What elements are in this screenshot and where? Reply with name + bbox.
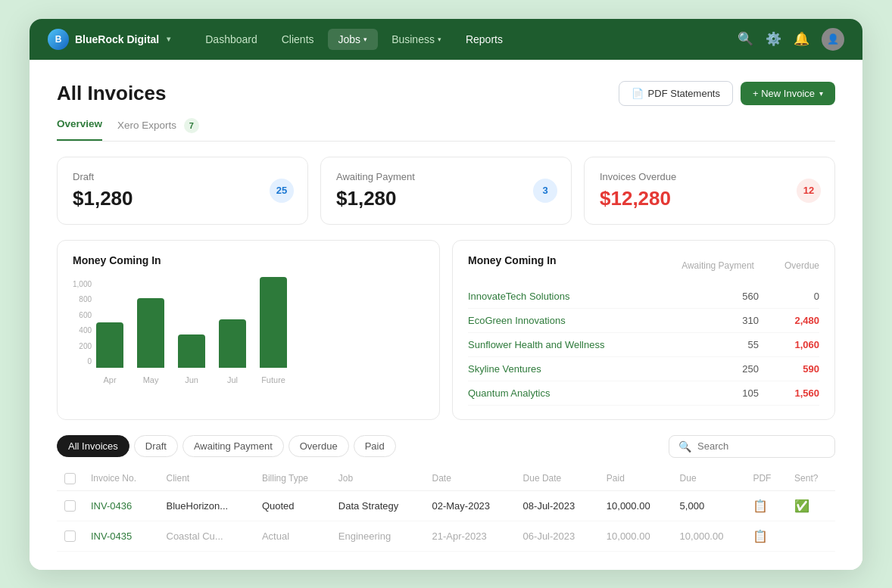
tab-overview[interactable]: Overview [57, 118, 102, 141]
table-row: INV-0435 Coastal Cu... Actual Engineerin… [57, 521, 835, 551]
bell-icon[interactable]: 🔔 [794, 31, 809, 47]
search-box: 🔍 [669, 435, 835, 458]
file-icon: 📄 [632, 88, 644, 99]
due-0: 5,000 [672, 490, 746, 521]
row-checkbox-0[interactable] [64, 500, 76, 512]
bar-future-label: Future [261, 375, 285, 384]
gear-icon[interactable]: ⚙️ [766, 31, 781, 47]
money-table-title: Money Coming In [468, 254, 557, 266]
money-awaiting-2: 55 [683, 339, 759, 350]
tab-xero-exports[interactable]: Xero Exports 7 [117, 118, 199, 141]
bar-may-rect [137, 298, 164, 368]
invoice-table: Invoice No. Client Billing Type Job Date… [57, 467, 835, 552]
money-table-body: InnovateTech Solutions 560 0 EcoGreen In… [468, 285, 819, 406]
money-awaiting-3: 250 [683, 363, 759, 375]
money-row-3: Skyline Ventures 250 590 [468, 357, 819, 381]
bar-jul-label: Jul [227, 375, 238, 384]
col-job: Job [331, 467, 425, 491]
stats-row: Draft $1,280 25 Awaiting Payment $1,280 … [57, 157, 835, 225]
tabs-row: Overview Xero Exports 7 [57, 118, 835, 142]
money-overdue-2: 1,060 [759, 339, 819, 350]
bar-apr-label: Apr [103, 375, 116, 384]
new-invoice-chevron-icon: ▾ [819, 89, 823, 98]
navbar: B BlueRock Digital ▾ Dashboard Clients J… [30, 19, 862, 60]
nav-business[interactable]: Business ▾ [381, 29, 452, 50]
stat-awaiting-badge: 3 [533, 179, 557, 203]
stat-awaiting: Awaiting Payment $1,280 3 [320, 157, 572, 225]
main-content: All Invoices 📄 PDF Statements + New Invo… [30, 60, 862, 570]
nav-jobs[interactable]: Jobs ▾ [328, 29, 379, 50]
stat-draft-badge: 25 [270, 179, 294, 203]
job-0: Data Strategy [331, 490, 425, 521]
avatar[interactable]: 👤 [822, 28, 844, 51]
charts-row: Money Coming In 1,000 800 600 400 200 0 [57, 240, 835, 420]
page-title: All Invoices [57, 82, 167, 105]
date-0: 02-May-2023 [424, 490, 515, 521]
col-sent: Sent? [787, 467, 835, 491]
money-client-0[interactable]: InnovateTech Solutions [468, 291, 683, 302]
brand-chevron-icon: ▾ [167, 35, 170, 43]
sent-icon-0: ✅ [794, 499, 809, 512]
bar-chart-wrap: 1,000 800 600 400 200 0 Apr [73, 277, 424, 384]
bar-apr: Apr [96, 322, 123, 384]
money-overdue-0: 0 [759, 291, 819, 302]
bar-jun: Jun [178, 334, 205, 384]
header-actions: 📄 PDF Statements + New Invoice ▾ [619, 81, 835, 106]
money-row-2: Sunflower Health and Wellness 55 1,060 [468, 333, 819, 357]
new-invoice-button[interactable]: + New Invoice ▾ [741, 82, 835, 105]
pdf-statements-button[interactable]: 📄 PDF Statements [619, 81, 733, 106]
bar-may-label: May [143, 375, 159, 384]
business-chevron-icon: ▾ [438, 36, 441, 43]
search-icon[interactable]: 🔍 [738, 31, 753, 47]
money-row-1: EcoGreen Innovations 310 2,480 [468, 309, 819, 333]
bar-chart-title: Money Coming In [73, 254, 424, 266]
select-all-checkbox[interactable] [64, 473, 76, 484]
filter-draft[interactable]: Draft [134, 435, 178, 457]
inv-no-1[interactable]: INV-0435 [91, 530, 132, 542]
col-billing-type: Billing Type [254, 467, 331, 491]
y-label-200: 200 [79, 342, 92, 350]
col-pdf: PDF [745, 467, 787, 491]
paid-1: 10,000.00 [599, 521, 672, 551]
row-checkbox-1[interactable] [64, 530, 76, 542]
app-window: B BlueRock Digital ▾ Dashboard Clients J… [30, 19, 862, 570]
filter-awaiting-payment[interactable]: Awaiting Payment [182, 435, 284, 457]
search-input[interactable] [697, 440, 825, 452]
y-label-800: 800 [79, 295, 92, 303]
money-table-card: Money Coming In Awaiting Payment Overdue… [452, 240, 835, 420]
billing-type-0: Quoted [254, 490, 331, 521]
filter-tabs: All Invoices Draft Awaiting Payment Over… [57, 435, 396, 457]
filter-all-invoices[interactable]: All Invoices [57, 435, 129, 457]
col-invoice-no: Invoice No. [83, 467, 159, 491]
money-client-1[interactable]: EcoGreen Innovations [468, 315, 683, 326]
money-client-4[interactable]: Quantum Analytics [468, 387, 683, 399]
money-overdue-4: 1,560 [759, 387, 819, 399]
nav-clients[interactable]: Clients [271, 29, 325, 50]
nav-reports[interactable]: Reports [455, 29, 513, 50]
money-overdue-1: 2,480 [759, 315, 819, 326]
col-paid: Paid [599, 467, 672, 491]
inv-no-0[interactable]: INV-0436 [91, 500, 132, 512]
due-date-1: 06-Jul-2023 [516, 521, 599, 551]
bars-area: Apr May Jun [96, 277, 424, 384]
money-awaiting-1: 310 [683, 315, 759, 326]
brand[interactable]: B BlueRock Digital ▾ [48, 29, 170, 50]
xero-exports-badge: 7 [184, 118, 199, 133]
stat-overdue: Invoices Overdue $12,280 12 [584, 157, 835, 225]
col-overdue-header: Overdue [784, 260, 819, 271]
money-client-3[interactable]: Skyline Ventures [468, 363, 683, 375]
stat-awaiting-value: $1,280 [336, 187, 556, 210]
money-client-2[interactable]: Sunflower Health and Wellness [468, 339, 683, 350]
stat-draft-label: Draft [73, 171, 292, 182]
nav-dashboard[interactable]: Dashboard [195, 29, 268, 50]
filter-paid[interactable]: Paid [354, 435, 396, 457]
bar-jun-label: Jun [185, 375, 198, 384]
pdf-icon-0[interactable]: 📋 [753, 499, 768, 512]
filter-overdue[interactable]: Overdue [288, 435, 349, 457]
y-label-1000: 1,000 [73, 280, 92, 288]
money-awaiting-4: 105 [683, 387, 759, 399]
nav-actions: 🔍 ⚙️ 🔔 👤 [738, 28, 844, 51]
job-1: Engineering [331, 521, 425, 551]
bar-future: Future [260, 277, 287, 384]
pdf-icon-1[interactable]: 📋 [753, 530, 768, 543]
